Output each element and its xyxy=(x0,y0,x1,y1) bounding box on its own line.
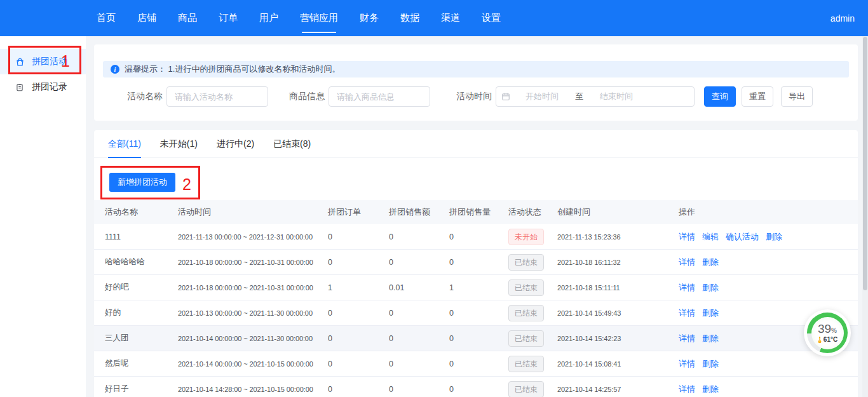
status-badge: 已结束 xyxy=(508,356,544,372)
action-link-删除[interactable]: 删除 xyxy=(702,257,719,267)
cell-activity-status: 已结束 xyxy=(498,305,546,321)
export-button[interactable]: 导出 xyxy=(781,86,813,107)
table-row: 哈哈哈哈哈2021-10-18 00:00:00 ~ 2021-10-31 00… xyxy=(94,250,858,275)
cell-groupon-orders: 0 xyxy=(317,258,378,267)
cpu-percent: 39% xyxy=(818,323,837,335)
status-badge: 未开始 xyxy=(508,229,544,245)
status-badge: 已结束 xyxy=(508,254,544,271)
action-link-删除[interactable]: 删除 xyxy=(766,232,782,241)
cell-groupon-orders: 0 xyxy=(317,360,378,368)
cell-created-time: 2021-10-18 16:11:32 xyxy=(546,259,668,266)
cell-groupon-volume: 0 xyxy=(438,385,498,394)
user-menu[interactable]: admin xyxy=(831,13,855,24)
activity-name-label: 活动名称 xyxy=(127,91,163,102)
cell-activity-status: 未开始 xyxy=(498,229,546,245)
product-info-input[interactable] xyxy=(329,86,430,107)
nav-item-用户[interactable]: 用户 xyxy=(259,12,278,24)
cell-groupon-orders: 1 xyxy=(317,283,378,292)
cell-groupon-orders: 0 xyxy=(317,309,378,318)
end-time-placeholder[interactable]: 结束时间 xyxy=(587,91,646,102)
performance-monitor-widget[interactable]: 39% 61°C xyxy=(804,309,851,356)
nav-item-渠道[interactable]: 渠道 xyxy=(441,12,460,24)
temperature: 61°C xyxy=(817,336,837,344)
action-link-确认活动[interactable]: 确认活动 xyxy=(726,232,759,241)
cell-groupon-sales: 0 xyxy=(378,334,438,343)
cell-groupon-orders: 0 xyxy=(317,385,378,394)
nav-item-数据[interactable]: 数据 xyxy=(400,12,419,24)
action-link-删除[interactable]: 删除 xyxy=(702,359,719,368)
action-link-详情[interactable]: 详情 xyxy=(679,384,695,394)
cell-created-time: 2021-10-14 14:25:57 xyxy=(546,386,668,393)
column-header-拼团订单: 拼团订单 xyxy=(317,206,378,218)
action-link-详情[interactable]: 详情 xyxy=(679,232,695,241)
table-row: 好的吧2021-10-18 00:00:00 ~ 2021-10-31 00:0… xyxy=(94,275,858,300)
cell-groupon-volume: 0 xyxy=(438,258,498,267)
date-range-picker[interactable]: 开始时间 至 结束时间 xyxy=(496,86,695,107)
cell-activity-time: 2021-10-14 00:00:00 ~ 2021-11-30 00:00:0… xyxy=(167,335,317,342)
tab-全部(11)[interactable]: 全部(11) xyxy=(108,138,141,158)
sidebar-item-label: 拼团记录 xyxy=(32,81,67,93)
action-link-详情[interactable]: 详情 xyxy=(679,283,695,292)
cell-operations: 详情编辑确认活动删除 xyxy=(668,231,858,243)
cell-operations: 详情删除 xyxy=(668,282,858,293)
cell-activity-status: 已结束 xyxy=(498,279,546,296)
action-link-详情[interactable]: 详情 xyxy=(679,308,695,318)
action-link-详情[interactable]: 详情 xyxy=(679,333,695,343)
tip-text: 温馨提示： 1.进行中的拼团商品可以修改名称和活动时间。 xyxy=(125,64,340,75)
action-link-删除[interactable]: 删除 xyxy=(702,283,719,292)
cell-activity-name: 好的 xyxy=(94,307,167,318)
search-button[interactable]: 查询 xyxy=(704,86,736,107)
top-header: 首页店铺商品订单用户营销应用财务数据渠道设置 admin xyxy=(0,0,868,36)
nav-item-首页[interactable]: 首页 xyxy=(97,12,116,24)
table-header: 活动名称活动时间拼团订单拼团销售额拼团销售量活动状态创建时间操作 xyxy=(94,200,858,224)
cell-activity-time: 2021-10-14 00:00:00 ~ 2021-10-15 00:00:0… xyxy=(167,360,317,368)
cell-activity-status: 已结束 xyxy=(498,381,546,397)
cell-operations: 详情删除 xyxy=(668,384,858,395)
action-link-详情[interactable]: 详情 xyxy=(679,257,695,267)
cell-activity-status: 已结束 xyxy=(498,254,546,271)
scrollbar-track xyxy=(862,36,868,397)
action-link-编辑[interactable]: 编辑 xyxy=(702,232,719,241)
annotation-box-2: 2 xyxy=(100,166,200,199)
tab-已结束(8)[interactable]: 已结束(8) xyxy=(273,138,311,158)
cell-activity-time: 2021-10-14 14:28:00 ~ 2021-10-15 00:00:0… xyxy=(167,386,317,393)
scrollbar-thumb[interactable] xyxy=(863,37,867,290)
table-row: 11112021-11-13 00:00:00 ~ 2021-12-31 00:… xyxy=(94,224,858,250)
activity-list-card: 全部(11)未开始(1)进行中(2)已结束(8) 新增拼团活动 活动名称活动时间… xyxy=(94,130,858,397)
nav-item-店铺[interactable]: 店铺 xyxy=(137,12,156,24)
table-row: 然后呢2021-10-14 00:00:00 ~ 2021-10-15 00:0… xyxy=(94,351,858,377)
annotation-number-1: 1 xyxy=(61,52,70,71)
column-header-拼团销售量: 拼团销售量 xyxy=(438,206,498,218)
cell-activity-name: 然后呢 xyxy=(94,358,167,369)
activity-name-input[interactable] xyxy=(166,86,268,107)
cell-groupon-orders: 0 xyxy=(317,232,378,241)
tab-未开始(1)[interactable]: 未开始(1) xyxy=(160,138,198,158)
cell-activity-name: 1111 xyxy=(94,232,167,241)
action-link-删除[interactable]: 删除 xyxy=(702,308,719,318)
sidebar-item-拼团记录[interactable]: 拼团记录 xyxy=(0,74,86,100)
action-link-详情[interactable]: 详情 xyxy=(679,359,695,368)
cell-groupon-sales: 0 xyxy=(378,309,438,318)
cell-groupon-volume: 1 xyxy=(438,283,498,292)
nav-item-营销应用[interactable]: 营销应用 xyxy=(300,12,338,24)
cell-activity-name: 好的吧 xyxy=(94,282,167,293)
info-icon: i xyxy=(111,65,119,74)
start-time-placeholder[interactable]: 开始时间 xyxy=(513,91,571,102)
nav-item-财务[interactable]: 财务 xyxy=(360,12,379,24)
column-header-创建时间: 创建时间 xyxy=(546,206,668,218)
status-tabs: 全部(11)未开始(1)进行中(2)已结束(8) xyxy=(94,130,858,158)
cell-created-time: 2021-10-14 15:42:23 xyxy=(546,335,668,342)
tab-进行中(2)[interactable]: 进行中(2) xyxy=(217,138,254,158)
cell-groupon-sales: 0 xyxy=(378,385,438,394)
sidebar: 拼团活动拼团记录 xyxy=(0,36,86,397)
nav-item-订单[interactable]: 订单 xyxy=(219,12,238,24)
reset-button[interactable]: 重置 xyxy=(742,86,773,107)
nav-item-设置[interactable]: 设置 xyxy=(482,12,501,24)
column-header-操作: 操作 xyxy=(668,206,858,218)
action-link-删除[interactable]: 删除 xyxy=(702,333,719,343)
nav-item-商品[interactable]: 商品 xyxy=(178,12,197,24)
activity-time-label: 活动时间 xyxy=(456,91,492,102)
action-link-删除[interactable]: 删除 xyxy=(702,384,719,394)
cell-groupon-orders: 0 xyxy=(317,334,378,343)
calendar-icon xyxy=(501,92,510,101)
